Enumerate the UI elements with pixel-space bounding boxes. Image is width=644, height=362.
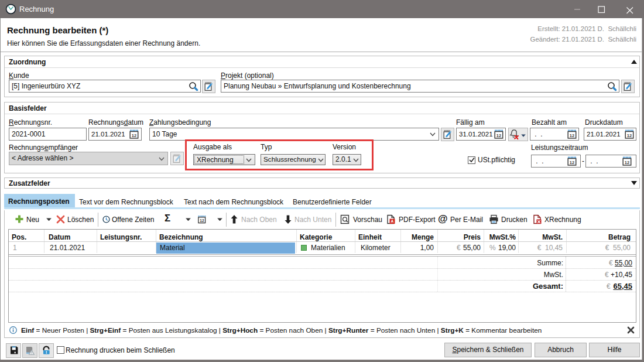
svg-text:12: 12 <box>200 218 204 223</box>
svg-text:A: A <box>391 219 394 223</box>
